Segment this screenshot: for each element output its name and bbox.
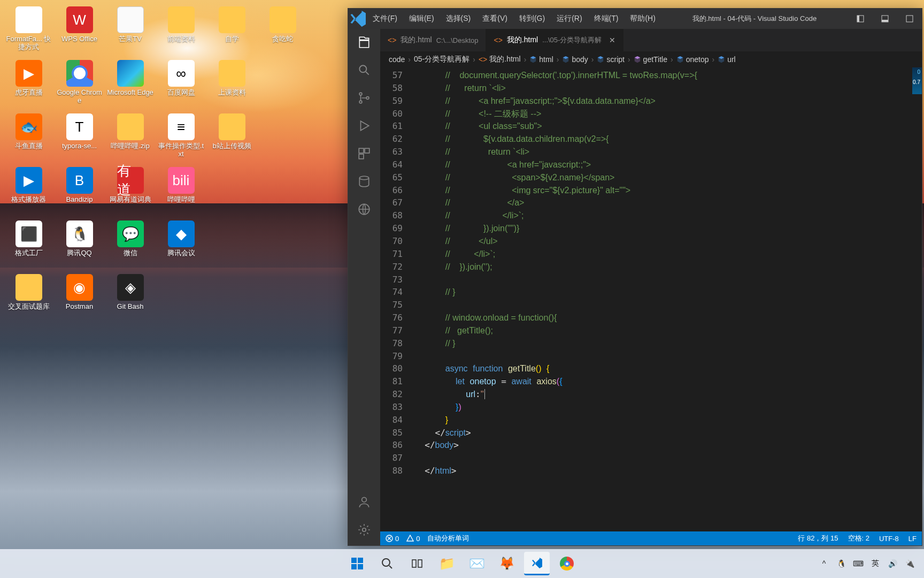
desktop-icon[interactable]: 💬微信 — [105, 218, 156, 272]
desktop-icon[interactable]: ▶虎牙直播 — [3, 58, 54, 111]
desktop-icon[interactable]: b站上传视频 — [206, 111, 257, 165]
breadcrumb-item[interactable]: onetop — [676, 55, 709, 64]
app-icon — [168, 6, 195, 33]
desktop-icon[interactable]: 有道网易有道词典 — [105, 165, 156, 218]
tray-icon[interactable]: ⌨ — [853, 559, 863, 568]
system-tray[interactable]: ^🐧⌨英🔊🔌 — [819, 559, 924, 568]
desktop-icon[interactable]: Ttypora-se... — [54, 111, 105, 165]
code-editor[interactable]: 57 58 59 60 61 62 63 64 65 66 67 68 69 7… — [380, 67, 922, 531]
tab-name: 我的.html — [507, 35, 538, 45]
svg-rect-20 — [358, 564, 363, 569]
breadcrumb-item[interactable]: body — [562, 55, 588, 64]
svg-rect-19 — [351, 564, 357, 569]
desktop-icon[interactable]: FormatFa... 快捷方式 — [3, 4, 54, 58]
desktop-icon[interactable]: ◉Postman — [54, 272, 105, 325]
minimap[interactable]: 0 0.7 — [912, 67, 922, 94]
menu-item[interactable]: 终端(T) — [589, 11, 624, 27]
desktop-icon[interactable]: ◈Git Bash — [105, 272, 156, 325]
desktop-icon[interactable]: ◆腾讯会议 — [156, 218, 206, 272]
taskbar-firefox-icon[interactable]: 🦊 — [494, 552, 520, 575]
desktop-icon[interactable]: 🐧腾讯QQ — [54, 218, 105, 272]
desktop-icon[interactable]: bili哔哩哔哩 — [156, 165, 206, 218]
menu-item[interactable]: 编辑(E) — [404, 11, 440, 27]
desktop-icon[interactable]: ∞百度网盘 — [156, 58, 206, 111]
breadcrumb[interactable]: code›05-分类导航再解›<>我的.html›html›body›scrip… — [380, 51, 922, 67]
breadcrumb-item[interactable]: url — [718, 55, 736, 64]
desktop-icon[interactable]: 交叉面试题库 — [3, 272, 54, 325]
status-encoding[interactable]: UTF-8 — [879, 534, 899, 543]
icon-label: 虎牙直播 — [15, 89, 43, 97]
desktop-icon[interactable]: 🐟斗鱼直播 — [3, 111, 54, 165]
taskbar-search-icon[interactable] — [374, 552, 400, 575]
desktop-icon[interactable]: 上课资料 — [206, 58, 257, 111]
remote-icon[interactable] — [356, 201, 372, 217]
tray-icon[interactable]: 🔊 — [888, 559, 897, 568]
taskbar-vscode-icon[interactable] — [524, 552, 550, 575]
taskbar-mail-icon[interactable]: ✉️ — [464, 552, 490, 575]
settings-gear-icon[interactable] — [356, 522, 372, 538]
menu-item[interactable]: 帮助(H) — [625, 11, 660, 27]
tray-icon[interactable]: 🐧 — [836, 559, 846, 568]
start-button[interactable] — [344, 552, 370, 575]
code-content[interactable]: // document.querySelector('.top').innerH… — [414, 67, 922, 531]
extensions-icon[interactable] — [356, 146, 372, 162]
status-bar[interactable]: 0 0 自动分析单词 行 82，列 15 空格: 2 UTF-8 LF — [380, 531, 922, 545]
close-icon[interactable]: ✕ — [609, 36, 615, 44]
icon-label: 自学 — [225, 35, 239, 43]
status-eol[interactable]: LF — [908, 534, 917, 543]
search-icon[interactable] — [356, 62, 372, 78]
desktop-icon[interactable]: WWPS Office — [54, 4, 105, 58]
menu-item[interactable]: 转到(G) — [514, 11, 550, 27]
tray-icon[interactable]: 🔌 — [905, 559, 914, 568]
tray-icon[interactable]: 英 — [871, 559, 880, 568]
chevron-right-icon: › — [473, 55, 475, 64]
titlebar[interactable]: 文件(F)编辑(E)选择(S)查看(V)转到(G)运行(R)终端(T)帮助(H)… — [348, 9, 922, 29]
run-debug-icon[interactable] — [356, 118, 372, 134]
taskbar-explorer-icon[interactable]: 📁 — [434, 552, 460, 575]
editor-tab[interactable]: <>我的.html...\05-分类导航再解✕ — [486, 29, 623, 51]
status-analyze[interactable]: 自动分析单词 — [427, 534, 469, 543]
desktop-icon[interactable]: 自学 — [206, 4, 257, 58]
desktop-icon[interactable]: ▶格式播放器 — [3, 165, 54, 218]
breadcrumb-item[interactable]: getTitle — [634, 55, 667, 64]
breadcrumb-item[interactable]: script — [597, 55, 624, 64]
icon-label: 前端资料 — [167, 35, 195, 43]
desktop-icon[interactable]: ≡事件操作类型.txt — [156, 111, 206, 165]
layout-toggle-icon[interactable] — [848, 9, 873, 29]
app-icon: ≡ — [168, 113, 195, 140]
tray-icon[interactable]: ^ — [819, 559, 829, 568]
desktop-icon[interactable]: 芒果TV — [105, 4, 156, 58]
breadcrumb-item[interactable]: html — [529, 55, 553, 64]
desktop-icon[interactable]: BBandizip — [54, 165, 105, 218]
menu-item[interactable]: 文件(F) — [367, 11, 403, 27]
desktop-icon[interactable]: Microsoft Edge — [105, 58, 156, 111]
explorer-icon[interactable] — [356, 34, 372, 50]
taskbar-taskview-icon[interactable] — [404, 552, 430, 575]
status-position[interactable]: 行 82，列 15 — [798, 534, 838, 543]
editor-tab[interactable]: <>我的.htmlC:\...\Desktop — [380, 29, 486, 51]
menu-item[interactable]: 选择(S) — [441, 11, 476, 27]
menu-item[interactable]: 查看(V) — [477, 11, 513, 27]
source-control-icon[interactable] — [356, 90, 372, 106]
taskbar[interactable]: 📁 ✉️ 🦊 ^🐧⌨英🔊🔌 — [0, 549, 924, 578]
status-spaces[interactable]: 空格: 2 — [848, 534, 869, 543]
icon-label: 格式工厂 — [15, 249, 43, 257]
desktop-icon[interactable]: 前端资料 — [156, 4, 206, 58]
app-icon — [219, 6, 245, 33]
taskbar-chrome-icon[interactable] — [554, 552, 580, 575]
breadcrumb-item[interactable]: 05-分类导航再解 — [414, 55, 469, 64]
breadcrumb-item[interactable]: code — [389, 55, 405, 64]
desktop-icon[interactable]: ⬛格式工厂 — [3, 218, 54, 272]
status-warnings[interactable]: 0 — [406, 535, 420, 543]
menu-item[interactable]: 运行(R) — [551, 11, 587, 27]
desktop-icon[interactable]: Google Chrome — [54, 58, 105, 111]
account-icon[interactable] — [356, 494, 372, 510]
panel-toggle-icon[interactable] — [873, 9, 897, 29]
database-icon[interactable] — [356, 173, 372, 189]
desktop-icon[interactable]: 贪吃蛇 — [257, 4, 308, 58]
desktop-icon[interactable]: 哔哩哔哩.zip — [105, 111, 156, 165]
status-errors[interactable]: 0 — [386, 535, 399, 543]
breadcrumb-item[interactable]: <>我的.html — [479, 55, 521, 64]
sidebar-right-icon[interactable] — [897, 9, 922, 29]
svg-point-6 — [359, 93, 362, 95]
